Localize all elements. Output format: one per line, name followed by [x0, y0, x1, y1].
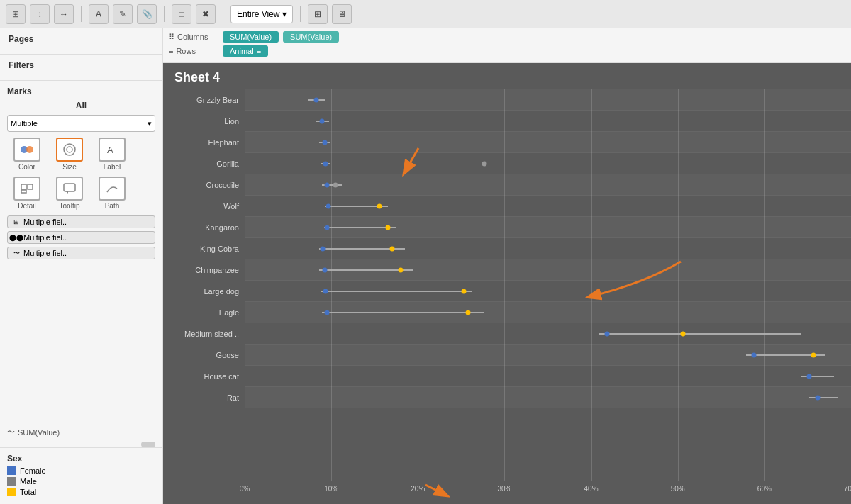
toolbar-btn-6[interactable]: 📎 — [137, 4, 157, 24]
animal-label-11: Medium sized .. — [163, 323, 245, 345]
animal-label-9: Large dog — [163, 281, 245, 302]
x-tick-2: 20% — [411, 485, 425, 493]
dot-female-10 — [325, 310, 330, 315]
animal-label-4: Crocodile — [163, 174, 245, 196]
sum-value-section: 〜 SUM(Value) — [0, 422, 162, 442]
size-icon-shape — [56, 138, 83, 162]
male-color-swatch — [7, 477, 16, 486]
toolbar-btn-2[interactable]: ↕ — [30, 4, 50, 24]
field-pill-2[interactable]: ⬤⬤ Multiple fiel.. — [7, 231, 155, 244]
wave-icon: 〜 — [12, 249, 21, 257]
toolbar-sep-3 — [223, 6, 223, 22]
x-tick-4: 40% — [584, 485, 599, 493]
marks-path-btn[interactable]: Path — [92, 177, 132, 210]
dot-yellow-11 — [680, 331, 685, 336]
field-pill-1[interactable]: ⊞ Multiple fiel.. — [7, 215, 155, 228]
toolbar-btn-1[interactable]: ⊞ — [6, 4, 26, 24]
chart-plot: 0%10%20%30%40%50%60%70% — [245, 89, 851, 498]
chart-container: Sheet 4 Grizzly Bear Lion Elephant Goril… — [163, 63, 851, 504]
sum-value-label: 〜 SUM(Value) — [7, 427, 155, 437]
dot-female-9 — [323, 289, 328, 293]
toolbar-btn-3[interactable]: ↔ — [54, 4, 74, 24]
pages-section: Pages — [0, 28, 162, 55]
dot-female-14 — [815, 395, 820, 400]
dot-female-12 — [752, 352, 757, 357]
animal-label-6: Kangaroo — [163, 217, 245, 238]
rows-label: ≡ Rows — [169, 47, 218, 55]
toolbar-btn-8[interactable]: ✖ — [196, 4, 216, 24]
columns-pill-1-text: SUM(Value) — [230, 33, 272, 41]
field-pill-2-text: Multiple fiel.. — [23, 233, 67, 242]
dot-female-0 — [313, 97, 318, 102]
chevron-down-icon: ▾ — [282, 9, 287, 19]
grid-row-3 — [245, 153, 851, 174]
svg-rect-7 — [21, 190, 26, 193]
x-tick-6: 60% — [757, 485, 772, 493]
animal-label-13: House cat — [163, 366, 245, 387]
dot-female-4 — [325, 182, 330, 187]
toolbar-btn-4[interactable]: A — [89, 4, 109, 24]
label-label: Label — [104, 163, 121, 171]
grid-row-2 — [245, 132, 851, 153]
grid-row-7 — [245, 238, 851, 259]
main-layout: Pages Filters Marks All Multiple ▾ — [0, 28, 851, 504]
legend-male: Male — [7, 477, 155, 486]
rows-shelf: ≡ Rows Animal ≡ — [169, 45, 845, 57]
svg-rect-5 — [21, 184, 26, 189]
field-pill-1-text: Multiple fiel.. — [23, 218, 67, 226]
columns-pill-2[interactable]: SUM(Value) — [283, 31, 339, 43]
dot-female-3 — [323, 161, 328, 166]
grid-row-10 — [245, 302, 851, 323]
marks-tooltip-btn[interactable]: Tooltip — [50, 177, 89, 210]
color-label: Color — [18, 163, 35, 171]
tilde-icon: 〜 — [7, 427, 15, 437]
dot-female-8 — [322, 267, 327, 272]
columns-label: ⠿ Columns — [169, 33, 218, 42]
svg-rect-6 — [28, 184, 33, 189]
path-label: Path — [105, 202, 120, 210]
marks-type-dropdown[interactable]: Multiple ▾ — [7, 115, 155, 132]
total-color-swatch — [7, 488, 16, 496]
marks-size-btn[interactable]: Size — [50, 138, 89, 171]
marks-title: Marks — [7, 86, 155, 96]
sidebar: Pages Filters Marks All Multiple ▾ — [0, 28, 163, 504]
field-pill-3-text: Multiple fiel.. — [23, 249, 67, 257]
view-dropdown[interactable]: Entire View ▾ — [230, 5, 293, 23]
marks-color-btn[interactable]: Color — [7, 138, 47, 171]
legend-female: Female — [7, 466, 155, 475]
dot-yellow-8 — [398, 267, 403, 272]
x-axis: 0%10%20%30%40%50%60%70% — [245, 481, 851, 498]
marks-detail-btn[interactable]: Detail — [7, 177, 47, 210]
svg-point-2 — [64, 144, 75, 155]
toolbar-btn-5[interactable]: ✎ — [113, 4, 133, 24]
grid-row-9 — [245, 281, 851, 302]
x-tick-5: 50% — [671, 485, 685, 493]
grid-row-4 — [245, 174, 851, 196]
toolbar: ⊞ ↕ ↔ A ✎ 📎 □ ✖ Entire View ▾ ⊞ 🖥 — [0, 0, 851, 28]
grid-row-11 — [245, 323, 851, 345]
dot-female-13 — [806, 374, 811, 379]
path-icon-shape — [99, 177, 126, 201]
toolbar-btn-7[interactable]: □ — [172, 4, 191, 24]
toolbar-btn-grid[interactable]: ⊞ — [308, 4, 328, 24]
toolbar-sep-4 — [300, 6, 301, 22]
male-label: Male — [20, 477, 37, 486]
animal-label-14: Rat — [163, 387, 245, 408]
animal-label-5: Wolf — [163, 196, 245, 217]
shelf-area: ⠿ Columns SUM(Value) SUM(Value) ≡ Rows A… — [163, 28, 851, 63]
chevron-down-icon: ▾ — [148, 119, 152, 128]
columns-pill-1[interactable]: SUM(Value) — [223, 31, 279, 43]
field-pill-3[interactable]: 〜 Multiple fiel.. — [7, 247, 155, 259]
legend-total: Total — [7, 488, 155, 496]
rows-pill[interactable]: Animal ≡ — [223, 45, 268, 57]
grid-row-12 — [245, 345, 851, 366]
dot-total-4 — [333, 182, 338, 187]
dot-yellow-12 — [811, 352, 816, 357]
dot-female-6 — [325, 225, 330, 230]
toolbar-btn-monitor[interactable]: 🖥 — [332, 4, 352, 24]
bar-gray-9 — [321, 291, 472, 292]
svg-point-3 — [67, 147, 72, 152]
sidebar-scrollbar[interactable] — [141, 442, 155, 447]
sex-section: Sex Female Male Total — [0, 447, 162, 504]
marks-label-btn[interactable]: A Label — [92, 138, 132, 171]
